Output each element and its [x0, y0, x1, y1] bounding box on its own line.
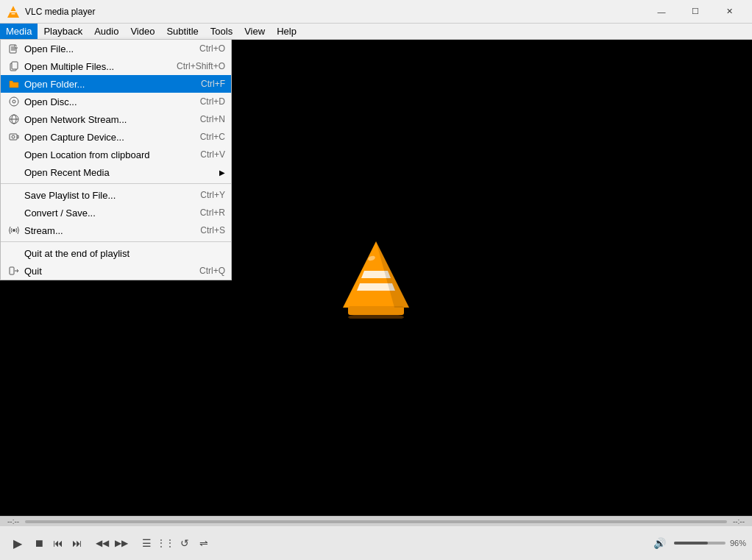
menu-quit-end[interactable]: Quit at the end of playlist	[1, 244, 231, 262]
open-recent-arrow: ▶	[219, 169, 225, 177]
menu-audio[interactable]: Audio	[88, 24, 124, 39]
loop-button[interactable]: ↺	[175, 534, 194, 553]
open-capture-label: Open Capture Device...	[24, 132, 185, 143]
media-dropdown: Open File... Ctrl+O Open Multiple Files.…	[0, 40, 232, 280]
menu-stream[interactable]: Stream... Ctrl+S	[1, 221, 231, 239]
menu-open-folder[interactable]: Open Folder... Ctrl+F	[1, 75, 231, 93]
svg-point-15	[12, 135, 15, 138]
minimize-button[interactable]: —	[645, 0, 678, 24]
menu-save-playlist[interactable]: Save Playlist to File... Ctrl+Y	[1, 186, 231, 204]
open-file-label: Open File...	[24, 43, 185, 54]
volume-slider[interactable]	[674, 542, 726, 545]
stop-button[interactable]: ⏹	[29, 534, 49, 553]
progress-bar-area[interactable]: --:-- --:--	[0, 516, 752, 526]
progress-time-right: --:--	[733, 517, 745, 525]
open-recent-label: Open Recent Media	[24, 167, 219, 178]
quit-label: Quit	[24, 266, 185, 277]
quit-end-label: Quit at the end of playlist	[24, 248, 225, 259]
menu-playback[interactable]: Playback	[38, 24, 88, 39]
svg-point-10	[13, 100, 15, 103]
volume-fill	[674, 542, 708, 545]
extended-settings-button[interactable]: ⋮⋮	[156, 534, 175, 553]
bottom-area: --:-- --:-- ▶ ⏹ ⏮ ⏭ ◀◀ ▶▶ ☰ ⋮⋮ ↺ ⇌ 🔊 96%	[0, 516, 752, 560]
menu-open-capture[interactable]: Open Capture Device... Ctrl+C	[1, 128, 231, 146]
toggle-playlist-button[interactable]: ☰	[137, 534, 156, 553]
controls-bar: ▶ ⏹ ⏮ ⏭ ◀◀ ▶▶ ☰ ⋮⋮ ↺ ⇌ 🔊 96%	[0, 526, 752, 560]
menu-open-network[interactable]: Open Network Stream... Ctrl+N	[1, 110, 231, 128]
menu-view[interactable]: View	[238, 24, 271, 39]
menu-bar: Media Playback Audio Video Subtitle Tool…	[0, 24, 752, 40]
svg-point-16	[13, 229, 15, 232]
window-title: VLC media player	[25, 7, 645, 17]
shuffle-button[interactable]: ⇌	[194, 534, 213, 553]
volume-percent: 96%	[730, 539, 746, 547]
open-network-icon	[7, 114, 21, 124]
quit-shortcut: Ctrl+Q	[199, 266, 225, 276]
separator-1	[1, 183, 231, 184]
maximize-button[interactable]: ☐	[678, 0, 712, 24]
faster-button[interactable]: ▶▶	[112, 534, 131, 553]
open-multiple-label: Open Multiple Files...	[24, 61, 162, 72]
convert-shortcut: Ctrl+R	[200, 208, 225, 218]
menu-quit[interactable]: Quit Ctrl+Q	[1, 262, 231, 280]
open-disc-shortcut: Ctrl+D	[200, 96, 225, 107]
progress-time-left: --:--	[7, 517, 19, 525]
open-multiple-icon	[7, 61, 21, 71]
title-bar: VLC media player — ☐ ✕	[0, 0, 752, 24]
open-folder-label: Open Folder...	[24, 79, 186, 90]
open-disc-icon	[7, 96, 21, 107]
menu-media[interactable]: Media	[0, 24, 38, 39]
open-network-shortcut: Ctrl+N	[200, 114, 225, 124]
menu-open-disc[interactable]: Open Disc... Ctrl+D	[1, 93, 231, 110]
slower-button[interactable]: ◀◀	[93, 534, 112, 553]
prev-button[interactable]: ⏮	[49, 534, 68, 553]
convert-label: Convert / Save...	[24, 208, 185, 219]
mute-button[interactable]: 🔊	[650, 534, 670, 553]
stream-label: Stream...	[24, 225, 185, 236]
progress-track[interactable]	[25, 520, 727, 523]
menu-subtitle[interactable]: Subtitle	[160, 24, 204, 39]
close-button[interactable]: ✕	[712, 0, 746, 24]
menu-tools[interactable]: Tools	[205, 24, 238, 39]
menu-video[interactable]: Video	[124, 24, 160, 39]
menu-open-recent[interactable]: Open Recent Media ▶	[1, 163, 231, 181]
svg-rect-8	[12, 62, 18, 69]
open-folder-icon	[7, 79, 21, 89]
open-file-shortcut: Ctrl+O	[199, 43, 225, 54]
window-controls: — ☐ ✕	[645, 0, 746, 24]
app-icon	[6, 4, 21, 19]
play-button[interactable]: ▶	[6, 531, 29, 555]
open-capture-icon	[7, 132, 21, 142]
menu-help[interactable]: Help	[271, 24, 302, 39]
separator-2	[1, 241, 231, 242]
open-multiple-shortcut: Ctrl+Shift+O	[177, 61, 225, 71]
vlc-logo	[339, 238, 413, 319]
quit-icon	[7, 266, 21, 276]
next-button[interactable]: ⏭	[68, 534, 87, 553]
save-playlist-label: Save Playlist to File...	[24, 190, 185, 201]
save-playlist-shortcut: Ctrl+Y	[200, 190, 225, 200]
open-network-label: Open Network Stream...	[24, 114, 185, 125]
stream-shortcut: Ctrl+S	[200, 225, 225, 235]
menu-open-file[interactable]: Open File... Ctrl+O	[1, 40, 231, 57]
stream-icon	[7, 225, 21, 235]
svg-rect-1	[10, 11, 16, 13]
open-location-label: Open Location from clipboard	[24, 149, 185, 160]
open-file-icon	[7, 43, 21, 54]
open-capture-shortcut: Ctrl+C	[200, 132, 225, 142]
svg-rect-14	[10, 134, 17, 140]
menu-open-multiple[interactable]: Open Multiple Files... Ctrl+Shift+O	[1, 57, 231, 75]
open-folder-shortcut: Ctrl+F	[201, 79, 225, 89]
menu-open-location[interactable]: Open Location from clipboard Ctrl+V	[1, 146, 231, 163]
svg-rect-17	[10, 267, 14, 274]
open-location-shortcut: Ctrl+V	[200, 149, 225, 160]
svg-rect-2	[12, 13, 15, 15]
open-disc-label: Open Disc...	[24, 96, 185, 107]
volume-area: 🔊 96%	[650, 534, 746, 553]
menu-convert[interactable]: Convert / Save... Ctrl+R	[1, 204, 231, 221]
svg-point-9	[10, 97, 18, 106]
